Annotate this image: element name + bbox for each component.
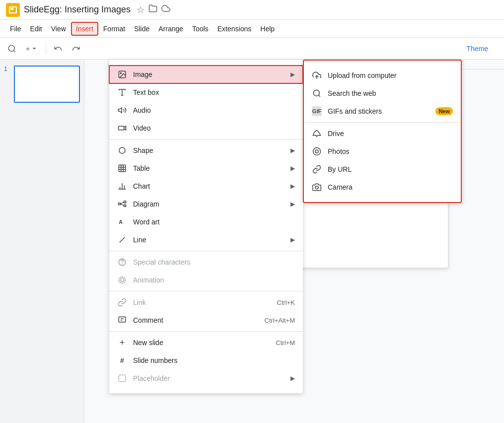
image-searchweb-item[interactable]: Search the web [304, 84, 461, 102]
insert-textbox-item[interactable]: Text box [109, 83, 303, 101]
gifs-icon: GIF [312, 106, 322, 116]
image-arrow-icon: ▶ [290, 71, 295, 78]
title-icons: ☆ [137, 4, 170, 15]
theme-button[interactable]: Theme [460, 43, 494, 55]
folder-icon[interactable] [148, 4, 157, 15]
toolbar-separator-1 [46, 43, 46, 55]
redo-button[interactable] [68, 41, 84, 57]
slides-icon [8, 5, 18, 15]
insert-line-item[interactable]: Line ▶ [109, 231, 303, 249]
menu-arrange[interactable]: Arrange [154, 23, 187, 35]
image-gifs-item[interactable]: GIF GIFs and stickers New [304, 102, 461, 120]
byurl-label: By URL [328, 165, 453, 173]
svg-line-24 [120, 204, 124, 206]
byurl-icon [312, 164, 322, 174]
svg-rect-34 [119, 375, 126, 382]
plus-icon: + [26, 45, 30, 53]
insert-textbox-label: Text box [133, 88, 295, 96]
comment-icon [117, 315, 127, 325]
comment-shortcut: Ctrl+Alt+M [265, 317, 295, 324]
svg-marker-8 [119, 108, 122, 113]
insert-menu: Image ▶ Text box [109, 60, 303, 393]
undo-button[interactable] [50, 41, 66, 57]
insert-newslide-item[interactable]: + New slide Ctrl+M [109, 334, 303, 352]
insert-image-item[interactable]: Image ▶ [109, 66, 303, 83]
insert-audio-item[interactable]: Audio [109, 101, 303, 119]
searchweb-label: Search the web [328, 89, 453, 97]
svg-point-38 [315, 186, 318, 189]
insert-line-label: Line [133, 236, 285, 244]
photos-icon [312, 146, 322, 156]
insert-animation-label: Animation [133, 276, 295, 284]
app-icon[interactable] [6, 3, 20, 17]
menu-help[interactable]: Help [256, 23, 279, 35]
insert-menu-section-1: Image ▶ Text box [109, 64, 303, 140]
insert-slidenumbers-item[interactable]: # Slide numbers [109, 352, 303, 369]
insert-comment-label: Comment [133, 316, 259, 324]
insert-wordart-item[interactable]: A Word art [109, 213, 303, 231]
insert-image-label: Image [133, 70, 285, 78]
svg-point-5 [120, 72, 121, 73]
insert-slidenumbers-label: Slide numbers [133, 356, 295, 364]
diagram-arrow-icon: ▶ [290, 201, 295, 208]
svg-point-36 [313, 90, 319, 96]
insert-table-label: Table [133, 164, 285, 172]
chart-arrow-icon: ▶ [290, 183, 295, 190]
insert-table-item[interactable]: Table ▶ [109, 159, 303, 177]
upload-icon [312, 70, 322, 80]
slidenumbers-icon: # [117, 355, 127, 365]
insert-menu-section-4: Link Ctrl+K Comment Ctrl+Alt+M [109, 291, 303, 332]
insert-comment-item[interactable]: Comment Ctrl+Alt+M [109, 311, 303, 329]
gifs-label: GIFs and stickers [328, 107, 426, 115]
document-title: SlideEgg: Inserting Images [24, 4, 131, 15]
shape-icon [117, 145, 127, 155]
insert-video-item[interactable]: Video [109, 119, 303, 137]
menu-format[interactable]: Format [99, 23, 129, 35]
menu-edit[interactable]: Edit [26, 23, 46, 35]
image-byurl-item[interactable]: By URL [304, 160, 461, 178]
insert-placeholder-label: Placeholder [133, 374, 285, 382]
image-upload-item[interactable]: Upload from computer [304, 67, 461, 84]
svg-text:A: A [119, 219, 123, 225]
svg-line-23 [120, 202, 124, 204]
image-submenu-section-1: Upload from computer Search the web GIF … [304, 65, 461, 123]
insert-placeholder-item: Placeholder ▶ [109, 369, 303, 387]
insert-shape-item[interactable]: Shape ▶ [109, 141, 303, 159]
zoom-control[interactable]: + [22, 43, 42, 55]
image-icon [117, 70, 127, 79]
star-icon[interactable]: ☆ [137, 4, 144, 15]
table-icon [117, 163, 127, 173]
image-camera-item[interactable]: Camera [304, 178, 461, 196]
menu-extensions[interactable]: Extensions [214, 23, 255, 35]
image-drive-item[interactable]: Drive [304, 125, 461, 142]
insert-diagram-item[interactable]: Diagram ▶ [109, 195, 303, 213]
line-arrow-icon: ▶ [290, 236, 295, 243]
image-photos-item[interactable]: Photos [304, 142, 461, 160]
dropdown-overlay: Image ▶ Text box [0, 60, 504, 423]
specialchars-icon [117, 257, 127, 267]
textbox-icon [117, 87, 127, 97]
cloud-icon[interactable] [161, 4, 170, 15]
insert-specialchars-label: Special characters [133, 258, 295, 266]
svg-point-29 [120, 278, 124, 282]
menu-bar: File Edit View Insert Format Slide Arran… [0, 20, 504, 38]
insert-link-item: Link Ctrl+K [109, 293, 303, 311]
newslide-shortcut: Ctrl+M [276, 339, 295, 347]
insert-menu-section-2: Shape ▶ Table ▶ [109, 140, 303, 251]
insert-audio-label: Audio [133, 106, 295, 114]
menu-view[interactable]: View [47, 23, 70, 35]
insert-video-label: Video [133, 124, 295, 132]
menu-file[interactable]: File [6, 23, 25, 35]
menu-tools[interactable]: Tools [188, 23, 213, 35]
menu-insert[interactable]: Insert [71, 22, 98, 36]
menu-slide[interactable]: Slide [130, 23, 153, 35]
svg-rect-2 [10, 8, 13, 10]
insert-chart-item[interactable]: Chart ▶ [109, 177, 303, 195]
insert-wordart-label: Word art [133, 218, 295, 226]
photos-label: Photos [328, 147, 453, 155]
search-button[interactable] [4, 41, 20, 57]
svg-rect-21 [124, 201, 126, 203]
chevron-down-icon [31, 45, 38, 52]
image-submenu-section-2: Drive Photos By URL [304, 123, 461, 198]
drive-label: Drive [328, 130, 453, 138]
